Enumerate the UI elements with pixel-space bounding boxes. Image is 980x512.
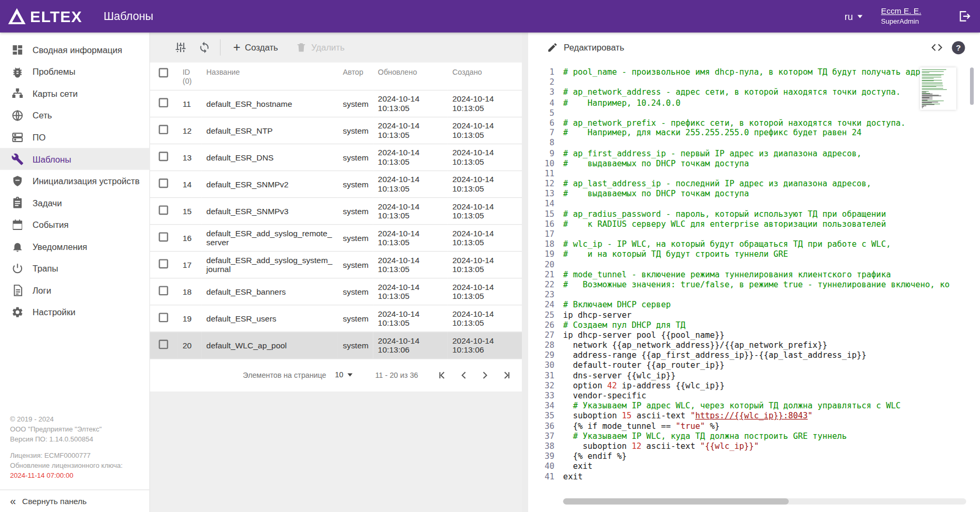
last-page-button[interactable] (496, 365, 517, 386)
code-line: {% if mode_tunnel == "true" %} (563, 421, 980, 431)
row-author: system (338, 332, 373, 359)
vertical-scrollbar-thumb[interactable] (970, 67, 974, 105)
template-row[interactable]: 14default_ESR_SNMPv2system2024-10-14 10:… (150, 171, 522, 198)
collapse-panel-button[interactable]: « Свернуть панель (0, 489, 150, 512)
template-row[interactable]: 15default_ESR_SNMPv3system2024-10-14 10:… (150, 198, 522, 225)
template-row[interactable]: 12default_ESR_NTPsystem2024-10-14 10:13:… (150, 117, 522, 144)
sidebar-item-problems[interactable]: Проблемы (0, 61, 150, 83)
sidebar-item-label: Инициализация устройств (33, 176, 140, 186)
row-checkbox[interactable] (159, 232, 168, 242)
horizontal-scrollbar-thumb[interactable] (563, 498, 789, 505)
user-menu[interactable]: Eccm E. E. SuperAdmin (881, 6, 921, 26)
template-row[interactable]: 13default_ESR_DNSsystem2024-10-14 10:13:… (150, 144, 522, 171)
refresh-button[interactable] (193, 36, 216, 59)
row-updated: 2024-10-14 10:13:05 (373, 252, 447, 278)
sidebar-menu: Сводная информацияПроблемыКарты сетиСеть… (0, 33, 150, 323)
language-value: ru (845, 11, 853, 22)
line-number: 20 (528, 259, 555, 269)
row-name: default_ESR_DNS (201, 144, 338, 171)
template-row[interactable]: 19default_ESR_userssystem2024-10-14 10:1… (150, 305, 522, 332)
language-selector[interactable]: ru (845, 11, 863, 22)
row-checkbox[interactable] (159, 340, 168, 349)
line-number: 16 (528, 219, 555, 229)
list-toolbar: + Создать Удалить (150, 33, 522, 63)
logout-icon (957, 9, 971, 23)
horizontal-scrollbar[interactable] (563, 498, 966, 505)
sidebar-item-network[interactable]: Сеть (0, 104, 150, 126)
sidebar-item-summary[interactable]: Сводная информация (0, 39, 150, 61)
create-label: Создать (245, 43, 278, 53)
sidebar-item-software[interactable]: ПО (0, 126, 150, 148)
row-name: default_ESR_hostname (201, 90, 338, 117)
code-line: # выдаваемых по DHCP точкам доступа (563, 189, 980, 199)
pagination: Элементов на странице 10 11 - 20 из 36 (150, 359, 522, 391)
filter-button[interactable] (169, 36, 192, 59)
template-row[interactable]: 20default_WLC_ap_poolsystem2024-10-14 10… (150, 332, 522, 359)
sidebar-item-network-maps[interactable]: Карты сети (0, 83, 150, 105)
per-page-select[interactable]: 10 (335, 370, 353, 380)
code-view-button[interactable] (927, 37, 947, 57)
select-all-checkbox[interactable] (159, 68, 168, 77)
line-number: 13 (528, 189, 555, 199)
row-author: system (338, 90, 373, 117)
wrench-icon (11, 153, 24, 165)
code-editor[interactable]: 1234567891011121314151617181920212223242… (528, 63, 980, 512)
col-author: Автор (338, 63, 373, 91)
row-author: system (338, 225, 373, 252)
sidebar-item-settings[interactable]: Настройки (0, 301, 150, 323)
row-checkbox[interactable] (159, 205, 168, 215)
row-checkbox[interactable] (159, 178, 168, 188)
row-checkbox[interactable] (159, 259, 168, 268)
row-name: default_ESR_add_syslog_system_journal (201, 252, 338, 278)
sidebar-item-label: Проблемы (33, 66, 76, 76)
row-checkbox[interactable] (159, 152, 168, 161)
line-number: 36 (528, 421, 555, 431)
row-created: 2024-10-14 10:13:05 (448, 144, 522, 171)
template-row[interactable]: 16default_ESR_add_syslog_remote_serversy… (150, 225, 522, 252)
row-checkbox[interactable] (159, 313, 168, 322)
refresh-icon (198, 41, 211, 54)
sidebar-item-events[interactable]: События (0, 214, 150, 236)
code-line: dns-server {{wlc_ip}} (563, 370, 980, 380)
sidebar-item-traps[interactable]: Трапы (0, 257, 150, 279)
help-icon[interactable]: ? (952, 41, 965, 54)
template-row[interactable]: 17default_ESR_add_syslog_system_journals… (150, 252, 522, 278)
template-row[interactable]: 11default_ESR_hostnamesystem2024-10-14 1… (150, 90, 522, 117)
eltex-logo[interactable]: ELTEX (0, 7, 82, 26)
line-number: 30 (528, 360, 555, 370)
logout-button[interactable] (957, 9, 971, 23)
row-updated: 2024-10-14 10:13:05 (373, 278, 447, 305)
sidebar-item-logs[interactable]: Логи (0, 279, 150, 301)
code-line: # Например, 10.24.0.0 (563, 98, 980, 108)
line-number: 3 (528, 88, 555, 98)
row-updated: 2024-10-14 10:13:06 (373, 332, 447, 359)
sidebar-item-tasks[interactable]: Задачи (0, 192, 150, 214)
row-checkbox[interactable] (159, 98, 168, 107)
prev-page-button[interactable] (453, 365, 474, 386)
create-button[interactable]: + Создать (233, 41, 278, 54)
minimap[interactable] (920, 67, 956, 110)
company: ООО "Предприятие "Элтекс" (10, 425, 140, 435)
code-view-icon (930, 41, 943, 54)
next-page-button[interactable] (474, 365, 496, 386)
code-line: # Возможные значения: true/false, в режи… (563, 280, 980, 290)
eltex-logo-icon (7, 7, 26, 26)
app-window: ELTEX Шаблоны ru Eccm E. E. SuperAdmin С… (0, 0, 980, 512)
sidebar-item-templates[interactable]: Шаблоны (0, 148, 150, 170)
row-checkbox[interactable] (159, 286, 168, 295)
first-page-button[interactable] (432, 365, 453, 386)
row-updated: 2024-10-14 10:13:05 (373, 305, 447, 332)
row-author: system (338, 144, 373, 171)
template-row[interactable]: 18default_ESR_bannerssystem2024-10-14 10… (150, 278, 522, 305)
edit-button[interactable]: Редактировать (547, 42, 625, 53)
code-line: # Включаем DHCP сервер (563, 300, 980, 310)
row-id: 14 (177, 171, 201, 198)
row-name: default_ESR_SNMPv2 (201, 171, 338, 198)
selected-count: (0) (183, 77, 196, 86)
sidebar-item-device-init[interactable]: Инициализация устройств (0, 170, 150, 192)
license-update-date: 2024-11-14 07:00:00 (10, 471, 140, 481)
col-name: Название (201, 63, 338, 91)
delete-button[interactable]: Удалить (295, 42, 344, 53)
row-checkbox[interactable] (159, 125, 168, 134)
sidebar-item-notifications[interactable]: Уведомления (0, 235, 150, 257)
